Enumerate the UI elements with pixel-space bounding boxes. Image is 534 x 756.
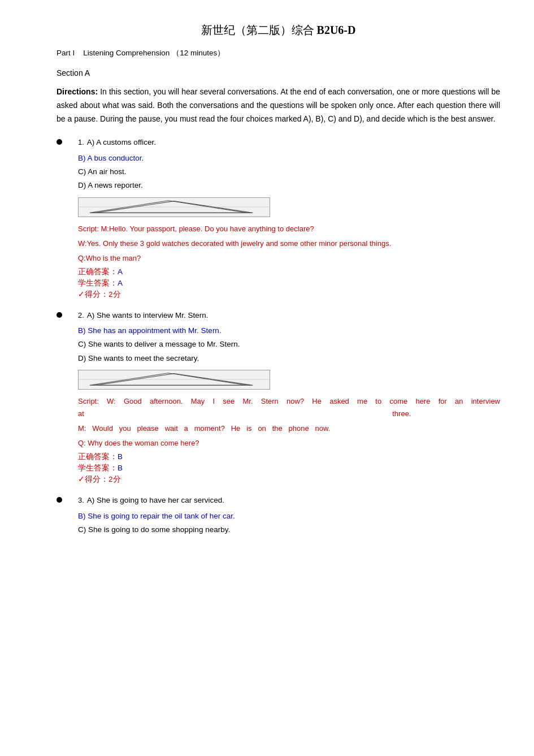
directions-text: Directions: In this section, you will he… (57, 85, 500, 126)
audio-bar-2[interactable] (78, 370, 270, 390)
audio-bar-1[interactable] (78, 197, 270, 217)
q2-student-label: 学生答案：B (78, 463, 500, 473)
q2-optD: D) She wants to meet the secretary. (78, 352, 500, 365)
q1-script2: W:Yes. Only these 3 gold watches decorat… (78, 237, 500, 250)
question-1-content: 1. A) A customs officer. B) A bus conduc… (68, 136, 500, 305)
q1-optD: D) A news reporter. (78, 179, 500, 192)
q1-script: Script: M:Hello. Your passport, please. … (78, 223, 500, 235)
question-2-block: 2. A) She wants to interview Mr. Stern. … (57, 309, 500, 491)
question-1-block: 1. A) A customs officer. B) A bus conduc… (57, 136, 500, 305)
svg-rect-0 (79, 198, 270, 217)
q1-script3: Q:Who is the man? (78, 252, 500, 265)
section-a-label: Section A (57, 68, 500, 77)
audio-waveform-2 (79, 370, 270, 389)
q1-optB: B) A bus conductor. (78, 152, 500, 165)
question-3-options: 3. A) She is going to have her car servi… (78, 494, 500, 537)
q1-num-line: 1. A) A customs officer. (78, 136, 500, 149)
q2-optB: B) She has an appointment with Mr. Stern… (78, 324, 500, 338)
svg-rect-4 (79, 370, 270, 389)
q2-script1: Script: W: Good afternoon. May I see Mr.… (78, 395, 500, 420)
page-title: 新世纪（第二版）综合 B2U6-D (57, 23, 500, 38)
q1-correct-label: 正确答案：A (78, 267, 500, 277)
part-header: Part I Listening Comprehension （12 minut… (57, 48, 500, 58)
q2-score: ✓得分：2分 (78, 474, 500, 485)
bullet-3 (57, 497, 62, 503)
question-3-content: 3. A) She is going to have her car servi… (68, 494, 500, 541)
question-2-options: 2. A) She wants to interview Mr. Stern. … (78, 309, 500, 365)
audio-waveform-1 (79, 198, 270, 217)
q2-optC: C) She wants to deliver a message to Mr.… (78, 338, 500, 351)
q1-score: ✓得分：2分 (78, 290, 500, 300)
q3-optC: C) She is going to do some shopping near… (78, 523, 500, 537)
q2-script3: Q: Why does the woman come here? (78, 437, 500, 450)
q3-optB: B) She is going to repair the oil tank o… (78, 509, 500, 523)
q2-num-line: 2. A) She wants to interview Mr. Stern. (78, 309, 500, 322)
q2-script2: M: Would you please wait a moment? He is… (78, 422, 500, 435)
q3-num-line: 3. A) She is going to have her car servi… (78, 494, 500, 507)
question-1-options: 1. A) A customs officer. B) A bus conduc… (78, 136, 500, 192)
bullet-1 (57, 139, 62, 145)
q1-student-label: 学生答案：A (78, 278, 500, 288)
bullet-2 (57, 312, 62, 318)
q1-optC: C) An air host. (78, 165, 500, 179)
q2-correct-label: 正确答案：B (78, 452, 500, 462)
question-3-block: 3. A) She is going to have her car servi… (57, 494, 500, 541)
question-2-content: 2. A) She wants to interview Mr. Stern. … (68, 309, 500, 491)
